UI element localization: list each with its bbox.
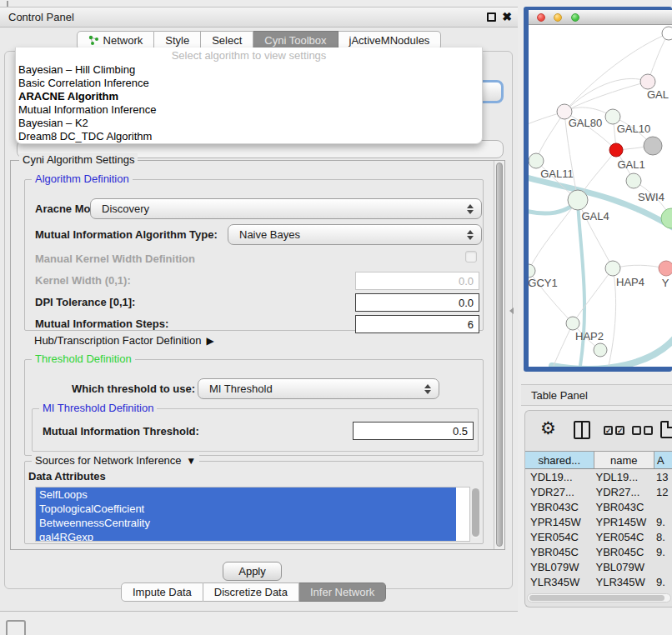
mi-threshold-label: Mutual Information Threshold: (43, 425, 199, 438)
node-label: Y (662, 277, 669, 289)
splitter-handle[interactable] (509, 308, 514, 314)
network-node[interactable] (661, 208, 672, 228)
algorithm-option[interactable]: Bayesian – K2 (16, 117, 482, 130)
tab-infer-network[interactable]: Infer Network (299, 582, 386, 602)
threshold-definition-group: Threshold Definition Which threshold to … (24, 359, 484, 456)
network-edge[interactable] (564, 82, 648, 112)
cell-name: YBL079W (594, 560, 655, 575)
network-node-gal[interactable] (640, 74, 655, 89)
algorithm-option[interactable]: Basic Correlation Inference (16, 77, 482, 90)
mi-type-combo[interactable]: Naive Bayes (228, 224, 482, 245)
network-node-swi4[interactable] (626, 173, 641, 188)
network-edge[interactable] (529, 200, 578, 271)
network-node-hap2[interactable] (566, 317, 579, 330)
cell-shared-name: YDR27... (525, 485, 594, 500)
hub-definition-expander[interactable]: Hub/Transcription Factor Definition▶ (34, 334, 214, 347)
table-row[interactable]: YER054C YER054C 8. (525, 530, 672, 545)
bottom-tab-bar: Impute Data Discretize Data Infer Networ… (121, 582, 386, 602)
algorithm-definition-group: Algorithm Definition Aracne Mode: Discov… (24, 179, 484, 331)
settings-vertical-scrollbar[interactable] (494, 161, 504, 549)
scrollbar-thumb[interactable] (472, 488, 479, 537)
cell-name: YLR345W (594, 575, 655, 588)
network-node[interactable] (644, 137, 662, 155)
manual-kernel-checkbox[interactable] (465, 251, 477, 262)
network-node[interactable] (662, 27, 672, 40)
node-label: SWI4 (638, 191, 664, 203)
tab-label: Select (212, 34, 242, 47)
dpi-tolerance-input[interactable] (355, 293, 479, 312)
checked-box-icon: ✓ (604, 426, 613, 435)
scrollbar-thumb[interactable] (496, 162, 503, 547)
apply-button[interactable]: Apply (223, 562, 282, 581)
table-row[interactable]: YLR345W YLR345W 9. (525, 575, 672, 588)
manual-kernel-label: Manual Kernel Width Definition (35, 252, 195, 265)
node-label: HAP2 (575, 330, 604, 342)
tab-discretize-data[interactable]: Discretize Data (203, 582, 299, 602)
column-header-name[interactable]: name (594, 452, 655, 468)
network-node[interactable] (594, 343, 607, 357)
table-row[interactable]: YDL19... YDL19... 13 (525, 470, 672, 485)
network-node-hap4[interactable] (605, 261, 620, 276)
network-edge[interactable] (609, 268, 616, 366)
close-traffic-light[interactable] (537, 13, 545, 22)
algorithm-option[interactable]: Bayesian – Hill Climbing (16, 63, 482, 77)
cell-value (654, 500, 672, 515)
mi-type-value: Naive Bayes (239, 228, 300, 241)
deselect-all-checks-icon[interactable] (632, 426, 653, 435)
mi-threshold-input[interactable] (353, 422, 474, 440)
network-edge[interactable] (573, 268, 613, 323)
table-horizontal-scrollbar[interactable] (527, 593, 671, 602)
node-label: GCY1 (529, 277, 558, 289)
network-node-y[interactable] (659, 261, 672, 276)
table-row[interactable]: YPR145W YPR145W 9. (525, 515, 672, 530)
table-row[interactable]: YBL079W YBL079W (525, 560, 672, 575)
settings-gear-icon[interactable]: ⚙ (540, 418, 556, 438)
aracne-mode-combo[interactable]: Discovery (90, 198, 482, 219)
zoom-traffic-light[interactable] (571, 13, 579, 22)
minimize-traffic-light[interactable] (554, 13, 562, 22)
list-vertical-scrollbar[interactable] (472, 488, 479, 538)
table-row[interactable]: YBR045C YBR045C 9. (525, 545, 672, 560)
dpi-tolerance-label: DPI Tolerance [0,1]: (35, 296, 135, 308)
attribute-item-selected[interactable]: gal4RGexp (36, 530, 456, 542)
network-node-gcy1[interactable] (529, 264, 535, 278)
float-window-button[interactable] (487, 12, 496, 22)
network-node-gal1[interactable] (609, 143, 623, 157)
which-threshold-combo[interactable]: MI Threshold (198, 378, 439, 399)
algorithm-option[interactable]: Mutual Information Inference (16, 103, 482, 117)
mi-steps-input[interactable] (355, 315, 479, 333)
attribute-item-selected[interactable]: BetweennessCentrality (36, 516, 456, 530)
scrollbar-thumb[interactable] (529, 595, 664, 601)
table-function-icon[interactable] (660, 421, 672, 438)
select-all-checks-icon[interactable]: ✓ ✓ (604, 426, 624, 435)
node-label: GAL (647, 88, 669, 101)
column-header-shared-name[interactable]: shared... (525, 452, 594, 468)
tab-impute-data[interactable]: Impute Data (121, 582, 203, 602)
network-node-gal11[interactable] (529, 153, 544, 168)
stepper-arrows-icon (467, 204, 474, 214)
kernel-width-input[interactable] (355, 272, 479, 290)
network-canvas[interactable]: GALGAL80GAL10GAL1GAL11SWI4GAL4GCY1HAP4YH… (529, 25, 672, 367)
column-layout-icon[interactable] (574, 421, 590, 439)
cell-value: 13 (654, 470, 672, 485)
table-row[interactable]: YDR27... YDR27... 12 (525, 485, 672, 500)
attribute-item-selected[interactable]: TopologicalCoefficient (36, 502, 456, 516)
network-edge[interactable] (613, 265, 666, 268)
algorithm-option[interactable]: ARACNE Algorithm (16, 90, 482, 103)
network-edge[interactable] (564, 78, 648, 112)
close-button[interactable]: ✖ (502, 10, 512, 23)
table-row[interactable]: YBR043C YBR043C (525, 500, 672, 515)
floating-dock-icon[interactable] (6, 620, 26, 635)
table-toolbar: ⚙ ✓ ✓ (525, 416, 672, 448)
algorithm-option[interactable]: Dream8 DC_TDC Algorithm (16, 130, 482, 143)
network-node-gal4[interactable] (568, 190, 588, 210)
cell-shared-name: YBR045C (525, 545, 594, 560)
attribute-item-selected[interactable]: SelfLoops (36, 488, 456, 502)
table-panel-titlebar: Table Panel (521, 384, 672, 406)
stepper-arrows-icon (467, 230, 474, 240)
expand-right-icon: ▶ (206, 335, 213, 347)
column-header-partial[interactable]: A (654, 452, 672, 468)
network-window-titlebar[interactable] (529, 10, 672, 25)
settings-group-title: Cyni Algorithm Settings (19, 153, 138, 166)
data-attributes-label: Data Attributes (28, 470, 106, 482)
